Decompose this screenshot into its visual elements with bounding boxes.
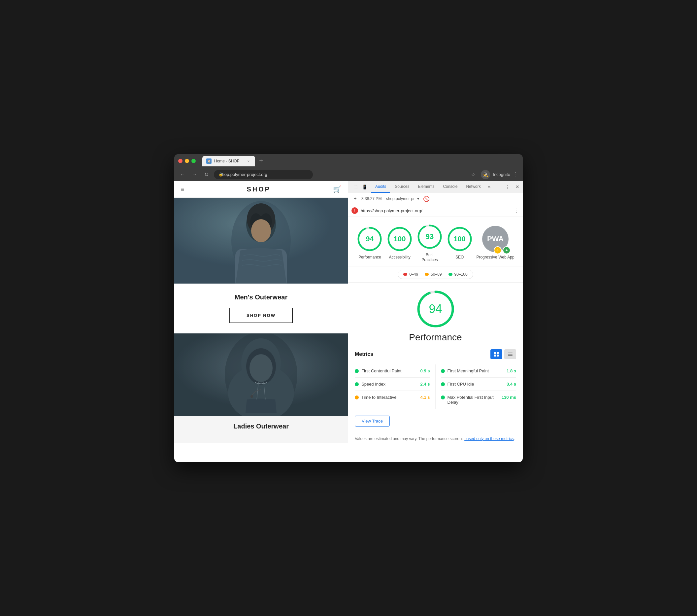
score-best-practices: 93 BestPractices [416, 223, 443, 263]
legend-wrap: 0–49 50–89 90–100 [398, 270, 473, 279]
seo-score: 100 [454, 235, 466, 243]
legend-average-dot [425, 273, 429, 276]
tab-console[interactable]: Console [439, 181, 461, 193]
grid-view-button[interactable] [490, 349, 502, 359]
pwa-circle-area[interactable]: PWA ⚡ + [482, 226, 508, 252]
score-accessibility: 100 Accessibility [386, 226, 413, 260]
tab-bar: 🏠 Home - SHOP × + [202, 156, 519, 166]
add-audit-button[interactable]: + [352, 195, 359, 202]
address-box[interactable]: 🔒 shop.polymer-project.org [214, 170, 313, 179]
title-bar: 🏠 Home - SHOP × + [174, 154, 523, 168]
legend-average: 50–89 [425, 272, 442, 277]
timestamp-dropdown[interactable]: ▾ [417, 196, 419, 201]
metric-mpfid: Max Potential First Input Delay 130 ms [441, 391, 517, 409]
men-section-title: Men's Outerwear [181, 293, 341, 301]
best-practices-score: 93 [426, 232, 434, 241]
clear-audit-button[interactable]: 🚫 [423, 195, 430, 202]
tab-close-button[interactable]: × [246, 159, 251, 164]
tab-sources[interactable]: Sources [391, 181, 413, 193]
inspect-icon[interactable]: ⬚ [352, 183, 359, 191]
tab-audits[interactable]: Audits [371, 181, 390, 193]
tab-overflow-button[interactable]: » [485, 184, 493, 190]
seo-circle[interactable]: 100 [446, 226, 473, 252]
browser-tab-active[interactable]: 🏠 Home - SHOP × [202, 156, 255, 166]
devtools-menu-button[interactable]: ⋮ [502, 184, 513, 190]
metric-fmp: First Meaningful Paint 1.8 s [441, 365, 517, 378]
fmp-name: First Meaningful Paint [447, 368, 504, 373]
fullscreen-traffic-light[interactable] [191, 159, 196, 163]
minimize-traffic-light[interactable] [185, 159, 189, 163]
metrics-grid: First Contentful Paint 0.9 s Speed Index… [355, 365, 516, 409]
fcp-value: 0.9 s [420, 368, 430, 373]
score-performance: 94 Performance [356, 226, 383, 260]
lightning-icon: ⚡ [495, 248, 500, 252]
footer-suffix: . [514, 436, 515, 441]
legend-area: 0–49 50–89 90–100 [348, 266, 523, 282]
pwa-label: PWA [487, 235, 504, 243]
close-traffic-light[interactable] [178, 159, 182, 163]
refresh-button[interactable]: ↻ [202, 170, 210, 179]
fci-dot [441, 382, 445, 386]
svg-rect-31 [508, 353, 513, 353]
pwa-score-label: Progressive Web App [476, 255, 514, 260]
website-panel: ≡ SHOP 🛒 [174, 181, 348, 462]
shop-now-button[interactable]: SHOP NOW [229, 308, 293, 323]
metrics-view-buttons [490, 349, 516, 359]
back-button[interactable]: ← [178, 170, 187, 179]
fci-name: First CPU Idle [447, 382, 504, 386]
detail-performance-score: 94 [429, 302, 442, 316]
fci-value: 3.4 s [507, 382, 516, 386]
legend-fail-label: 0–49 [409, 272, 418, 277]
tti-name: Time to Interactive [361, 395, 418, 400]
svg-rect-30 [497, 354, 499, 356]
svg-rect-16 [174, 334, 348, 416]
browser-more-button[interactable]: ⋮ [513, 171, 519, 178]
legend-pass-label: 90–100 [455, 272, 468, 277]
footer-link[interactable]: based only on these metrics [464, 436, 514, 441]
svg-rect-28 [497, 352, 499, 354]
tab-elements[interactable]: Elements [414, 181, 438, 193]
metrics-title: Metrics [355, 351, 373, 357]
si-dot [355, 382, 359, 386]
devtools-close-button[interactable]: ✕ [514, 184, 521, 190]
score-pwa: PWA ⚡ + Progressi [476, 226, 514, 260]
fcp-name: First Contentful Paint [361, 368, 418, 373]
tab-network[interactable]: Network [462, 181, 485, 193]
detail-section: 94 Performance Metrics [348, 282, 523, 462]
metric-fci: First CPU Idle 3.4 s [441, 378, 517, 391]
mpfid-name: Max Potential First Input Delay [447, 395, 499, 405]
fcp-dot [355, 369, 359, 373]
best-practices-circle[interactable]: 93 [416, 223, 443, 250]
device-icon[interactable]: 📱 [361, 183, 369, 191]
detail-score-area: 94 Performance [355, 289, 516, 343]
shop-title: SHOP [247, 186, 271, 193]
incognito-icon: 🕵️ [481, 170, 490, 179]
bookmark-icon[interactable]: ☆ [471, 172, 476, 177]
metric-tti: Time to Interactive 4.1 s [355, 391, 430, 404]
ladies-section-title: Ladies Outerwear [181, 423, 341, 430]
forward-button[interactable]: → [190, 170, 199, 179]
detail-section-title: Performance [409, 332, 462, 343]
new-tab-button[interactable]: + [256, 157, 266, 166]
scores-area: 94 Performance 100 Accessibility [348, 217, 523, 266]
score-seo: 100 SEO [446, 226, 473, 260]
devtools-toolbar: + 3:38:27 PM – shop.polymer-pr ▾ 🚫 [348, 193, 523, 205]
list-view-button[interactable] [504, 349, 516, 359]
accessibility-circle[interactable]: 100 [386, 226, 413, 252]
tab-title: Home - SHOP [214, 159, 240, 163]
footer-note: Values are estimated and may vary. The p… [355, 436, 516, 442]
performance-circle[interactable]: 94 [356, 226, 383, 252]
plus-icon: + [506, 248, 507, 252]
cart-icon[interactable]: 🛒 [333, 185, 341, 193]
address-bar: ← → ↻ 🔒 shop.polymer-project.org ☆ 🕵️ In… [174, 168, 523, 181]
accessibility-score: 100 [394, 235, 406, 243]
detail-performance-circle: 94 [416, 289, 456, 329]
footer-text: Values are estimated and may vary. The p… [355, 436, 464, 441]
url-more-button[interactable]: ⋮ [514, 208, 519, 214]
view-trace-button[interactable]: View Trace [355, 416, 390, 426]
metric-si: Speed Index 2.4 s [355, 378, 430, 391]
best-practices-label: BestPractices [421, 252, 438, 263]
devtools-tab-bar: ⬚ 📱 Audits Sources Elements Console Netw… [348, 181, 523, 193]
svg-rect-8 [174, 198, 348, 283]
hamburger-menu-button[interactable]: ≡ [181, 186, 184, 193]
